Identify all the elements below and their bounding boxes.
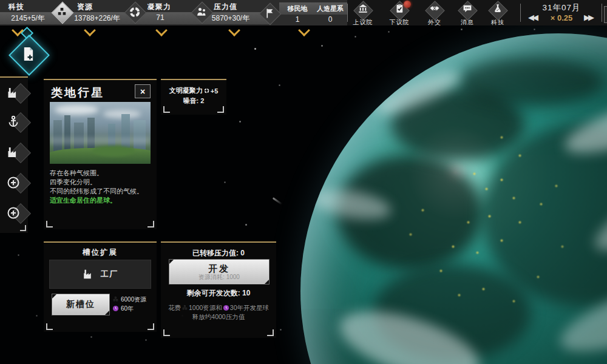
sidebar-button-factory-2[interactable] [2,141,25,164]
develop-button[interactable]: 开发 资源消耗: 1000 [169,259,270,285]
flask-icon [492,3,503,14]
artificial-systems-label: 人造星系 [313,4,347,13]
document-plus-icon [21,46,35,62]
develop-hint: 花费 1000资源和 30年开发星球 释放约4000压力值 [161,303,276,322]
top-bar: 科技 2145+5/年 资源 13788+226/年 凝聚力 71 压力值 58… [0,0,607,25]
develop-hint-line2: 释放约4000压力值 [161,312,276,322]
cost-resource-line: 6000资源 [112,295,155,304]
time-clock-icon [112,305,119,312]
new-slot-button-label: 新槽位 [66,299,95,310]
develop-panel: 已转移压力值: 0 开发 资源消耗: 1000 剩余可开发次数: 10 花费 1… [161,241,276,338]
speed-control: ◀◀ × 0.25 ▶▶ [523,13,600,24]
colony-label: 移民地 [283,4,312,13]
hint-text: 30年开发星球 [230,303,269,312]
menu-button-diplomacy[interactable]: 外交 [417,1,452,25]
remaining-develop-count: 剩余可开发次数: 10 [161,288,276,298]
expand-chevron-colony[interactable] [298,24,310,36]
noise-value: 噪音: 2 [161,96,226,106]
factory-icon [6,145,21,160]
stat-label-pressure: 压力值 [214,2,237,12]
panel-title: 类地行星 [51,85,104,101]
sidebar-button-add-slot-1[interactable] [2,171,25,194]
description-line: 不同的经纬形成了不同的气候。 [50,187,154,196]
cost-resource-value: 6000资源 [121,295,146,304]
image-layer-mist [50,137,151,144]
clipped-edge-button [604,6,607,23]
landmass [458,58,604,106]
time-clock-icon [223,305,229,311]
develop-button-cost: 资源消耗: 1000 [198,274,240,281]
sidebar-button-port[interactable] [2,110,25,133]
hint-text: 释放约4000压力值 [192,312,245,322]
colony-icon-badge [260,4,279,23]
anchor-icon [6,115,21,129]
resource-cubes-icon [181,305,188,311]
stat-label-resource: 资源 [77,2,93,12]
develop-button-label: 开发 [208,263,230,274]
cost-time-line: 60年 [112,304,155,313]
image-layer-cloud [55,105,98,115]
hint-text: 1000资源和 [189,303,222,312]
image-layer-rock [64,115,70,152]
plus-circle-icon [6,206,21,220]
artificial-systems-value: 0 [313,15,347,24]
handshake-icon [429,3,440,14]
speed-up-icon[interactable]: ▶▶ [584,13,592,22]
cohesion-bonus-line: 文明凝聚力 +5 [161,86,226,95]
factory-icon [82,268,95,281]
description-line: 存在各种气候圈。 [50,169,154,178]
factory-icon [6,86,21,100]
stat-value-tech: 2145+5/年 [0,13,56,24]
menu-button-lower-house[interactable]: 下议院 [382,1,417,25]
menu-label: 外交 [417,18,452,27]
stat-value-cohesion: 71 [137,13,184,22]
expand-chevron-cohesion[interactable] [155,24,168,36]
stat-value-resource: 13788+226/年 [59,13,135,24]
slot-costs: 6000资源 60年 [112,295,155,313]
divider [602,4,602,22]
sidebar-button-add-slot-2[interactable] [2,201,25,224]
hint-text: 花费 [168,303,181,312]
close-button[interactable]: × [135,84,151,98]
transferred-pressure-value: 已转移压力值: 0 [161,248,276,258]
chat-icon [462,3,473,14]
new-project-diamond-button[interactable] [10,36,46,72]
game-date: 31年07月 [523,2,600,13]
planet-terrestrial[interactable] [300,33,607,364]
menu-label: 科技 [480,18,515,27]
image-layer-grass [92,146,135,157]
expand-chevron-pressure[interactable] [228,24,240,36]
slot-expansion-panel: 槽位扩展 工厂 新槽位 6000资源 60年 [44,241,157,332]
planet-info-panel: 类地行星 × 存在各种气候圈。 四季变化分明。 不同的经纬形成了不同的气候。 适… [44,79,157,229]
stat-value-pressure: 5870+30/年 [199,13,262,24]
cohesion-bonus-label: 文明凝聚力 [169,86,203,95]
planet-description: 存在各种气候圈。 四季变化分明。 不同的经纬形成了不同的气候。 适宜生命居住的星… [50,169,154,205]
sidebar-strip [0,76,28,233]
develop-hint-line1: 花费 1000资源和 30年开发星球 [161,303,276,312]
menu-button-upper-house[interactable]: 上议院 [345,1,381,25]
notification-dot [404,1,411,8]
description-line: 四季变化分明。 [50,178,154,187]
planet-photo [50,102,151,164]
menu-label: 上议院 [345,18,381,27]
bank-icon [358,3,368,14]
cohesion-ring-icon [204,88,209,93]
description-highlight: 适宜生命居住的星球。 [50,196,154,205]
flag-icon [263,7,276,19]
panel-title: 槽位扩展 [44,248,157,258]
slot-label: 工厂 [101,269,119,280]
resource-cubes-icon [112,296,119,303]
colony-value: 1 [283,15,312,24]
expand-chevron-resource[interactable] [84,24,96,36]
stat-label-cohesion: 凝聚力 [148,2,171,12]
sidebar-button-factory[interactable] [2,81,25,104]
cohesion-bonus-panel: 文明凝聚力 +5 噪音: 2 [161,79,226,115]
new-slot-button[interactable]: 新槽位 [52,294,110,315]
divider [520,4,521,22]
cohesion-bonus-value: +5 [211,87,219,95]
menu-button-tech[interactable]: 科技 [480,1,515,25]
slot-row-factory[interactable]: 工厂 [49,260,151,289]
comet [273,197,282,205]
stat-label-tech: 科技 [8,2,24,12]
image-layer-rock [53,120,62,152]
